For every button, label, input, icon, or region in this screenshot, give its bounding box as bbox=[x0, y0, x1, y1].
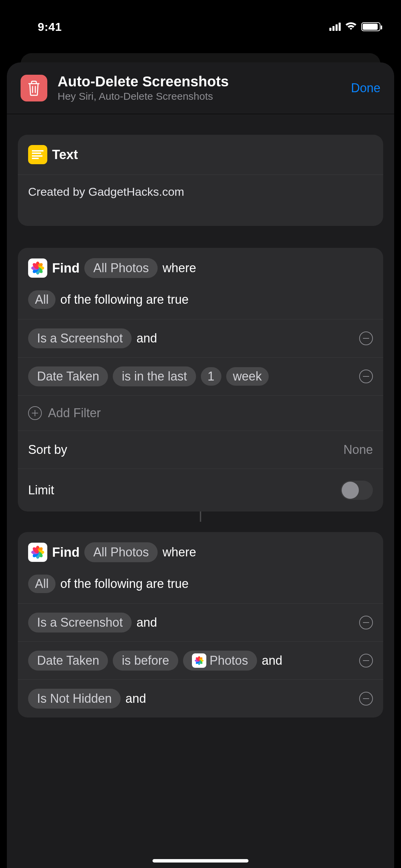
filter-row-date-before: Date Taken is before bbox=[18, 641, 383, 679]
remove-filter-button[interactable] bbox=[359, 331, 373, 345]
filter-variable-label: Photos bbox=[210, 653, 248, 668]
battery-icon bbox=[361, 22, 380, 31]
filter-row-screenshot: Is a Screenshot and bbox=[18, 603, 383, 641]
filter-op-token[interactable]: is before bbox=[113, 651, 178, 671]
filter-conj: and bbox=[125, 691, 146, 706]
shortcut-icon-trash[interactable] bbox=[21, 75, 47, 101]
find-label: Find bbox=[52, 545, 80, 560]
find-label: Find bbox=[52, 261, 80, 276]
limit-switch[interactable] bbox=[341, 481, 373, 500]
photos-app-icon bbox=[28, 258, 47, 278]
filter-unit-token[interactable]: week bbox=[226, 367, 269, 386]
filter-condition-token[interactable]: Is a Screenshot bbox=[28, 613, 132, 632]
limit-label: Limit bbox=[28, 483, 54, 497]
sheet-header: Auto-Delete Screenshots Hey Siri, Auto-D… bbox=[7, 62, 394, 114]
filter-row-not-hidden: Is Not Hidden and bbox=[18, 679, 383, 718]
filter-op-token[interactable]: is in the last bbox=[113, 366, 196, 386]
status-bar: 9:41 bbox=[0, 0, 401, 48]
filter-conj: and bbox=[136, 331, 157, 346]
status-time: 9:41 bbox=[38, 20, 62, 34]
trash-icon bbox=[27, 80, 41, 96]
find-where: where bbox=[162, 261, 196, 275]
photos-app-icon bbox=[28, 543, 47, 562]
filter-conj: and bbox=[262, 653, 282, 668]
filter-field-token[interactable]: Date Taken bbox=[28, 651, 108, 671]
match-text: of the following are true bbox=[60, 577, 189, 591]
sort-by-value: None bbox=[343, 443, 373, 457]
photos-variable-icon bbox=[192, 653, 206, 668]
text-action-label: Text bbox=[52, 147, 78, 162]
shortcut-editor-sheet: Auto-Delete Screenshots Hey Siri, Auto-D… bbox=[7, 62, 394, 868]
text-action-content[interactable]: Created by GadgetHacks.com bbox=[28, 185, 373, 198]
match-text: of the following are true bbox=[60, 292, 189, 307]
filter-conj: and bbox=[136, 615, 157, 630]
actions-list: Text Created by GadgetHacks.com bbox=[7, 114, 394, 718]
filter-condition-token[interactable]: Is Not Hidden bbox=[28, 689, 121, 709]
wifi-icon bbox=[345, 22, 357, 31]
action-text[interactable]: Text Created by GadgetHacks.com bbox=[18, 135, 383, 226]
find-source-token[interactable]: All Photos bbox=[84, 542, 158, 562]
action-find-photos-2[interactable]: Find All Photos where All of the followi… bbox=[18, 532, 383, 718]
action-find-photos-1[interactable]: Find All Photos where All of the followi… bbox=[18, 248, 383, 511]
match-mode-token[interactable]: All bbox=[28, 575, 56, 593]
shortcut-subtitle: Hey Siri, Auto-Delete Screenshots bbox=[58, 91, 351, 102]
find-where: where bbox=[162, 545, 196, 559]
add-filter-label: Add Filter bbox=[48, 406, 101, 420]
text-action-icon bbox=[28, 145, 47, 164]
done-button[interactable]: Done bbox=[351, 81, 380, 95]
cellular-icon bbox=[329, 23, 341, 31]
filter-condition-token[interactable]: Is a Screenshot bbox=[28, 328, 132, 348]
limit-row: Limit bbox=[18, 469, 383, 511]
remove-filter-button[interactable] bbox=[359, 616, 373, 629]
filter-num-token[interactable]: 1 bbox=[201, 367, 221, 386]
filter-row-screenshot: Is a Screenshot and bbox=[18, 319, 383, 357]
sort-by-label: Sort by bbox=[28, 443, 67, 457]
filter-row-date: Date Taken is in the last 1 week bbox=[18, 357, 383, 395]
find-source-token[interactable]: All Photos bbox=[84, 258, 158, 278]
action-connector bbox=[200, 511, 201, 522]
status-indicators bbox=[329, 22, 380, 31]
remove-filter-button[interactable] bbox=[359, 370, 373, 383]
filter-field-token[interactable]: Date Taken bbox=[28, 366, 108, 386]
sort-by-row[interactable]: Sort by None bbox=[18, 431, 383, 469]
add-filter-row[interactable]: Add Filter bbox=[18, 395, 383, 431]
shortcut-title[interactable]: Auto-Delete Screenshots bbox=[58, 74, 351, 89]
plus-icon bbox=[28, 406, 42, 420]
match-mode-token[interactable]: All bbox=[28, 290, 56, 309]
remove-filter-button[interactable] bbox=[359, 692, 373, 706]
remove-filter-button[interactable] bbox=[359, 654, 373, 667]
home-indicator[interactable] bbox=[153, 859, 248, 863]
filter-variable-token[interactable]: Photos bbox=[183, 651, 257, 671]
